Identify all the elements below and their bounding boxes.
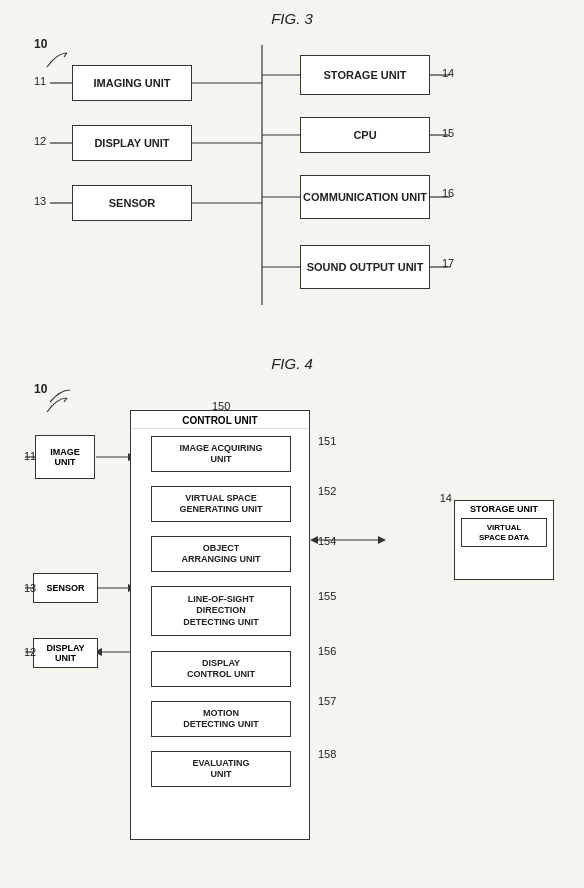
fig4-ref-154: 154 xyxy=(318,535,336,547)
fig4-motion-detecting-unit: MOTIONDETECTING UNIT xyxy=(151,701,291,737)
svg-marker-26 xyxy=(378,536,386,544)
fig4-ref-152: 152 xyxy=(318,485,336,497)
fig4-storage-label: STORAGE UNIT xyxy=(455,501,553,515)
fig3-storage-unit: STORAGE UNIT xyxy=(300,55,430,95)
fig4-ref-13-left: 13 xyxy=(24,582,36,594)
fig4-title: FIG. 4 xyxy=(20,355,564,372)
fig3-comm-unit: COMMUNICATION UNIT xyxy=(300,175,430,219)
fig4-vspace-gen-unit: VIRTUAL SPACEGENERATING UNIT xyxy=(151,486,291,522)
fig3-ref-13: 13 xyxy=(34,195,46,207)
control-unit-box: CONTROL UNIT IMAGE ACQUIRINGUNIT VIRTUAL… xyxy=(130,410,310,840)
fig3-diagram: 10 IMAGING UNIT DISPLAY UNIT SENSOR 11 1… xyxy=(20,35,564,325)
fig4-obj-arranging-unit: OBJECTARRANGING UNIT xyxy=(151,536,291,572)
fig3-ref-17: 17 xyxy=(442,257,454,269)
fig3-cpu: CPU xyxy=(300,117,430,153)
fig4-storage-outer: STORAGE UNIT VIRTUALSPACE DATA xyxy=(454,500,554,580)
fig4-ref-150: 150 xyxy=(212,400,230,412)
fig3-display-unit: DISPLAY UNIT xyxy=(72,125,192,161)
fig4-sensor: SENSOR xyxy=(33,573,98,603)
fig4-ref-155: 155 xyxy=(318,590,336,602)
fig3-ref-12: 12 xyxy=(34,135,46,147)
fig4-ref-14: 14 xyxy=(440,492,452,504)
fig4-vspace-data: VIRTUALSPACE DATA xyxy=(461,518,547,547)
fig4-image-unit: IMAGEUNIT xyxy=(35,435,95,479)
fig4-display-unit: DISPLAYUNIT xyxy=(33,638,98,668)
fig4-ref-158: 158 xyxy=(318,748,336,760)
fig4-image-acq-unit: IMAGE ACQUIRINGUNIT xyxy=(151,436,291,472)
control-unit-label: CONTROL UNIT xyxy=(131,411,309,429)
fig4-ref-156: 156 xyxy=(318,645,336,657)
svg-marker-27 xyxy=(310,536,318,544)
fig4-los-detecting-unit: LINE-OF-SIGHTDIRECTIONDETECTING UNIT xyxy=(151,586,291,636)
fig3-imaging-unit: IMAGING UNIT xyxy=(72,65,192,101)
fig3-ref-15: 15 xyxy=(442,127,454,139)
fig4-evaluating-unit: EVALUATINGUNIT xyxy=(151,751,291,787)
fig4-ref-12-left: 12 xyxy=(24,646,36,658)
fig3-ref-16: 16 xyxy=(442,187,454,199)
fig3-sound-unit: SOUND OUTPUT UNIT xyxy=(300,245,430,289)
fig4-ref-151: 151 xyxy=(318,435,336,447)
fig3-ref-14: 14 xyxy=(442,67,454,79)
fig4-ref-11-left: 11 xyxy=(24,450,36,462)
fig3-title: FIG. 3 xyxy=(20,10,564,27)
fig3-ref-11: 11 xyxy=(34,75,46,87)
fig3-sensor: SENSOR xyxy=(72,185,192,221)
fig4-ref-157: 157 xyxy=(318,695,336,707)
fig4-diagram: 10 IMAGEUNIT SENSOR DISPLAYUNIT 11 13 12… xyxy=(20,380,564,888)
fig4-display-control-unit: DISPLAYCONTROL UNIT xyxy=(151,651,291,687)
